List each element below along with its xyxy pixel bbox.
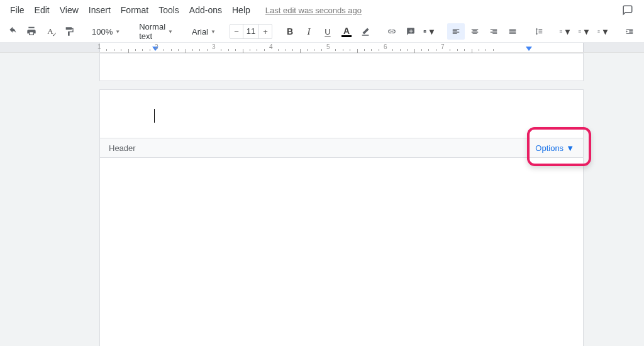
- document-page[interactable]: Header Options ▼: [99, 89, 584, 346]
- ruler-tick: [286, 49, 286, 51]
- fontsize-value[interactable]: 11: [243, 25, 259, 38]
- bulleted-list-button[interactable]: ▼: [575, 23, 593, 40]
- caret-down-icon: ▼: [564, 27, 572, 36]
- italic-button[interactable]: I: [300, 23, 318, 40]
- svg-point-0: [579, 30, 579, 31]
- fontsize-increase[interactable]: +: [259, 27, 272, 36]
- ruler-tick: [264, 49, 265, 51]
- align-center-button[interactable]: [466, 23, 484, 40]
- increase-indent-button[interactable]: [640, 23, 644, 40]
- paragraph-style-select[interactable]: Normal text▼: [134, 23, 178, 40]
- ruler-tick: [121, 49, 121, 51]
- ruler-number: 5: [326, 43, 330, 50]
- insert-link-button[interactable]: [383, 23, 401, 40]
- style-value: Normal text: [139, 22, 165, 41]
- insert-comment-button[interactable]: [402, 23, 419, 40]
- ruler-tick: [292, 49, 293, 51]
- ruler-tick: [114, 49, 114, 51]
- align-justify-button[interactable]: [504, 23, 521, 40]
- options-label: Options: [535, 143, 564, 153]
- ruler-tick: [335, 49, 336, 51]
- ruler-tick: [235, 49, 236, 51]
- zoom-select[interactable]: 100%▼: [87, 23, 125, 40]
- font-value: Arial: [192, 27, 208, 36]
- ruler-number: 7: [441, 43, 445, 50]
- insert-image-button[interactable]: ▼: [421, 23, 438, 40]
- ruler-tick: [464, 49, 465, 51]
- menu-insert[interactable]: Insert: [84, 3, 116, 18]
- text-color-sample: A: [341, 26, 352, 37]
- menu-edit[interactable]: Edit: [30, 3, 55, 18]
- menu-file[interactable]: File: [5, 3, 30, 18]
- numbered-list-button[interactable]: 123▼: [594, 23, 612, 40]
- ruler-tick: [400, 49, 401, 51]
- menu-view[interactable]: View: [55, 3, 84, 18]
- line-spacing-button[interactable]: [530, 23, 548, 40]
- ruler-tick: [207, 49, 208, 51]
- header-toolbar: Header Options ▼: [100, 138, 583, 158]
- ruler-tick: [192, 49, 193, 51]
- ruler-tick: [364, 49, 365, 51]
- ruler-number: 3: [212, 43, 216, 50]
- zoom-value: 100%: [92, 27, 113, 36]
- header-options-button[interactable]: Options ▼: [535, 143, 574, 153]
- align-right-button[interactable]: [485, 23, 502, 40]
- document-workspace: Header Options ▼: [0, 53, 644, 346]
- spellcheck-button[interactable]: A✓: [42, 23, 59, 40]
- svg-point-2: [579, 32, 579, 33]
- menu-format[interactable]: Format: [116, 3, 153, 18]
- menu-tools[interactable]: Tools: [153, 3, 184, 18]
- ruler-tick: [250, 49, 250, 51]
- undo-button[interactable]: [4, 23, 21, 40]
- svg-text:3: 3: [597, 32, 597, 33]
- menu-addons[interactable]: Add-ons: [184, 3, 227, 18]
- bold-button[interactable]: B: [281, 23, 299, 40]
- print-button[interactable]: [23, 23, 40, 40]
- ruler-tick: [142, 49, 143, 51]
- caret-down-icon: ▼: [115, 29, 120, 35]
- menu-bar: File Edit View Insert Format Tools Add-o…: [0, 0, 644, 21]
- ruler-tick: [171, 49, 172, 51]
- highlight-button[interactable]: [357, 23, 374, 40]
- svg-point-1: [579, 31, 579, 32]
- ruler-tick: [178, 49, 179, 51]
- caret-down-icon: ▼: [168, 29, 173, 35]
- checklist-button[interactable]: ▼: [557, 23, 574, 40]
- ruler-tick: [379, 49, 379, 51]
- menu-help[interactable]: Help: [227, 3, 255, 18]
- ruler-tick: [257, 49, 257, 51]
- ruler-tick: [493, 49, 494, 51]
- font-select[interactable]: Arial▼: [187, 23, 221, 40]
- ruler-number: 6: [384, 43, 387, 50]
- ruler-tick: [150, 49, 150, 51]
- align-left-button[interactable]: [447, 23, 465, 40]
- text-color-button[interactable]: A: [338, 23, 355, 40]
- ruler-tick: [450, 49, 450, 51]
- caret-down-icon: ▼: [428, 27, 436, 36]
- toolbar: A✓ 100%▼ Normal text▼ Arial▼ − 11 + B I …: [0, 21, 644, 43]
- svg-text:2: 2: [597, 31, 597, 31]
- ruler-tick: [278, 49, 279, 51]
- comment-icon[interactable]: [621, 4, 634, 16]
- ruler[interactable]: 1234567: [0, 43, 644, 53]
- last-edit-status[interactable]: Last edit was seconds ago: [265, 6, 362, 15]
- ruler-tick: [199, 49, 200, 51]
- ruler-number: 4: [269, 43, 273, 50]
- ruler-tick: [436, 49, 436, 51]
- underline-label: U: [325, 27, 330, 36]
- decrease-indent-button[interactable]: [621, 23, 638, 40]
- ruler-tick: [421, 49, 422, 51]
- ruler-number: 1: [97, 43, 101, 50]
- caret-down-icon: ▼: [582, 27, 591, 36]
- ruler-tick: [228, 49, 229, 51]
- caret-down-icon: ▼: [211, 29, 216, 35]
- paintformat-button[interactable]: [60, 23, 78, 40]
- ruler-tick: [321, 49, 322, 51]
- indent-marker-right[interactable]: [526, 47, 532, 51]
- underline-button[interactable]: U: [319, 23, 336, 40]
- ruler-tick: [350, 49, 350, 51]
- ruler-tick: [479, 49, 479, 51]
- caret-down-icon: ▼: [566, 143, 574, 153]
- fontsize-decrease[interactable]: −: [230, 27, 243, 36]
- ruler-tick: [407, 49, 408, 51]
